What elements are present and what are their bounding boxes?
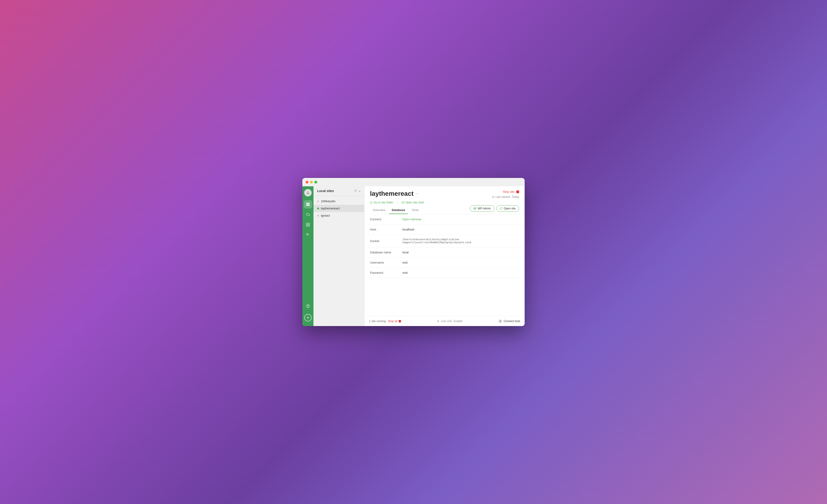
sidebar-item-extensions[interactable] (304, 231, 312, 239)
open-site-label: Open site (504, 207, 516, 210)
svg-rect-7 (306, 225, 307, 226)
tab-tools[interactable]: Tools (409, 206, 421, 214)
user-icon (306, 191, 310, 195)
tab-overview[interactable]: Overview (370, 206, 388, 214)
db-row-password: Password root (364, 268, 525, 278)
svg-rect-1 (306, 203, 308, 204)
bottom-right: Connect host (498, 319, 520, 323)
last-started-label: Last started: (495, 195, 511, 199)
wp-icon: W (473, 207, 477, 210)
close-button[interactable] (306, 181, 308, 184)
db-label-host: Host (370, 228, 402, 231)
history-icon[interactable]: ⏱ (354, 189, 357, 193)
db-label-socket: Socket (370, 239, 402, 243)
svg-rect-5 (306, 223, 307, 224)
app-window: + Local sites ⏱ « 100kstudio laythemerea… (302, 178, 525, 326)
site-meta-row: Go to site folder | Open site shell (370, 200, 424, 205)
stop-site-button[interactable]: Stop site (503, 190, 515, 194)
db-label-password: Password (370, 271, 402, 274)
sidebar-actions: ⏱ « (354, 189, 360, 193)
stop-all-indicator (399, 320, 401, 322)
svg-point-13 (500, 321, 501, 322)
live-link-dot (437, 320, 439, 322)
db-value-dbname: local (402, 251, 409, 254)
bottom-bar: 1 site running Stop all Live Link Enable (364, 316, 525, 326)
stop-site-area: Stop site (503, 190, 519, 194)
connect-host-icon (498, 319, 502, 323)
sidebar-header: Local sites ⏱ « (313, 186, 364, 196)
svg-rect-3 (306, 205, 308, 206)
tabs: Overview Database Tools (370, 206, 424, 214)
db-label-connect: Connect (370, 217, 402, 221)
maximize-button[interactable] (314, 181, 317, 184)
collapse-icon[interactable]: « (359, 189, 360, 193)
header-right: Stop site Last started: Today (492, 190, 519, 199)
svg-rect-4 (308, 205, 309, 206)
sidebar-item-cloud[interactable] (304, 210, 312, 219)
site-name: laythemereact (321, 207, 340, 210)
last-started: Last started: Today (492, 195, 519, 199)
site-item-laythemereact[interactable]: laythemereact (313, 205, 364, 212)
site-name: lgreact (321, 214, 330, 217)
title-bar (302, 178, 525, 186)
avatar[interactable] (304, 189, 311, 196)
main-content: laythemereact ··· Stop site Last star (364, 186, 525, 326)
help-icon (306, 304, 310, 308)
sidebar: Local sites ⏱ « 100kstudio laythemereact (313, 186, 364, 326)
svg-rect-12 (402, 202, 404, 203)
db-value-connect[interactable]: Open Adminer (402, 217, 422, 221)
wp-admin-button[interactable]: W WP Admin (470, 205, 494, 212)
wp-admin-label: WP Admin (478, 207, 491, 210)
minimize-button[interactable] (310, 181, 313, 184)
tab-database[interactable]: Database (389, 206, 408, 214)
connect-host-button[interactable]: Connect host (498, 319, 520, 323)
site-title: laythemereact (370, 190, 414, 197)
site-status-dot (317, 215, 319, 216)
svg-point-10 (308, 307, 308, 307)
site-status-dot (317, 208, 319, 209)
content-header: laythemereact ··· Stop site Last star (364, 186, 525, 214)
db-row-host: Host localhost (364, 224, 525, 235)
terminal-icon (402, 201, 404, 204)
db-value-host: localhost (402, 228, 414, 231)
folder-icon (370, 201, 373, 204)
action-buttons: W WP Admin Open site (470, 205, 519, 212)
main-layout: + Local sites ⏱ « 100kstudio laythemerea… (302, 186, 525, 326)
last-started-value: Today (512, 195, 519, 199)
icon-bar: + (302, 186, 313, 326)
sites-icon (306, 202, 310, 206)
database-table: Connect Open Adminer Host localhost Sock… (364, 214, 525, 316)
sidebar-title: Local sites (317, 189, 334, 193)
open-shell-link[interactable]: Open site shell (402, 201, 424, 204)
meta-separator: | (397, 200, 398, 205)
svg-rect-2 (308, 203, 309, 204)
bottom-center: Live Link Enable (437, 319, 463, 323)
content-top-row: laythemereact ··· Stop site Last star (370, 190, 519, 199)
sidebar-item-help[interactable] (304, 302, 312, 310)
open-shell-label: Open site shell (405, 201, 424, 204)
go-to-folder-label: Go to site folder (374, 201, 393, 204)
db-row-connect: Connect Open Adminer (364, 214, 525, 224)
grid-icon (306, 222, 310, 227)
open-site-button[interactable]: Open site (496, 205, 519, 212)
go-to-folder-link[interactable]: Go to site folder (370, 201, 393, 204)
more-options-button[interactable]: ··· (416, 192, 418, 196)
add-site-button[interactable]: + (304, 314, 311, 321)
extensions-icon (306, 233, 310, 237)
site-item-lgreact[interactable]: lgreact (313, 212, 364, 219)
enable-live-link-button[interactable]: Enable (454, 319, 463, 323)
db-row-dbname: Database name local (364, 247, 525, 258)
site-status-dot (317, 200, 319, 202)
stop-all-button[interactable]: Stop all (388, 319, 397, 323)
site-title-row: laythemereact ··· (370, 190, 419, 197)
sidebar-item-sites[interactable] (304, 200, 312, 208)
site-list: 100kstudio laythemereact lgreact (313, 196, 364, 326)
stop-site-indicator (516, 191, 519, 193)
live-link-label: Live Link (441, 319, 452, 323)
db-label-dbname: Database name (370, 251, 402, 254)
sidebar-item-grid[interactable] (304, 220, 312, 229)
db-value-socket: /Users/arminunruh/Library/Application Su… (402, 238, 519, 244)
site-item-100kstudio[interactable]: 100kstudio (313, 198, 364, 205)
svg-rect-8 (308, 225, 309, 226)
clock-icon (492, 196, 494, 198)
